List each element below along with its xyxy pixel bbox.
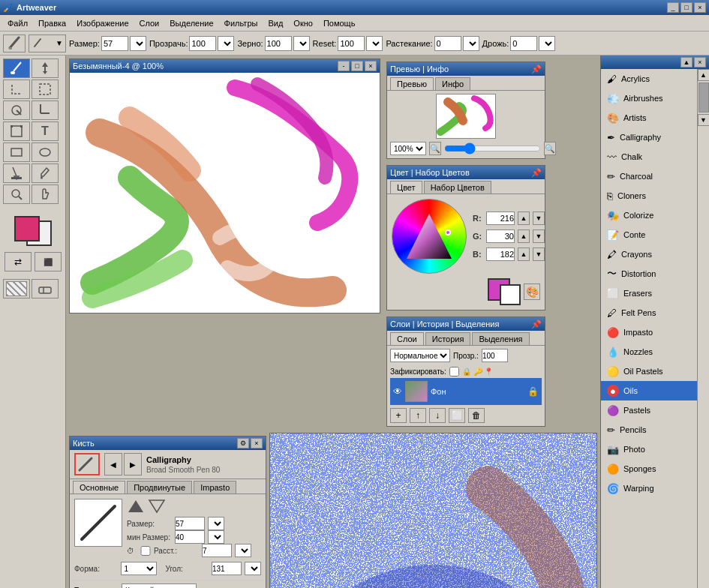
r-down[interactable]: ▼	[533, 212, 545, 225]
scroll-down-btn[interactable]: ▼	[698, 114, 710, 126]
brush-item-sponges[interactable]: 🟠 Sponges	[601, 459, 697, 478]
menu-edit[interactable]: Правка	[34, 17, 71, 29]
grain-unit-select[interactable]: ▼	[293, 36, 310, 51]
scroll-thumb[interactable]	[698, 82, 709, 112]
maximize-button[interactable]: □	[680, 2, 692, 13]
spacing-checkbox[interactable]	[140, 546, 151, 556]
reset-input[interactable]	[338, 36, 365, 51]
shape-param-select[interactable]: 1	[121, 562, 157, 575]
color-picker-btn[interactable]: 🎨	[524, 284, 540, 300]
b-down[interactable]: ▼	[533, 248, 545, 261]
brush-item-artists[interactable]: 🎨 Artists	[601, 108, 697, 128]
hand-tool[interactable]	[32, 184, 59, 204]
brush-item-cloners[interactable]: ⎘ Cloners	[601, 186, 697, 206]
brush-item-erasers[interactable]: ⬜ Erasers	[601, 284, 697, 303]
menu-selection[interactable]: Выделение	[165, 17, 218, 29]
brush-list-scroll-up[interactable]: ▲	[680, 57, 692, 68]
angle-param-select[interactable]: ▼	[245, 562, 261, 575]
angle-param-input[interactable]	[212, 562, 242, 575]
brush-panel-settings[interactable]: ⚙	[237, 438, 249, 448]
tab-layers[interactable]: Слои	[390, 332, 424, 345]
dropper-tool[interactable]	[32, 164, 59, 183]
spacing-param-input[interactable]	[202, 544, 232, 557]
brush-item-oilpastels[interactable]: 🟡 Oil Pastels	[601, 362, 697, 381]
size-param-input[interactable]	[175, 517, 205, 530]
brush-type-prev[interactable]: ◀	[104, 453, 122, 476]
tab-advanced[interactable]: Продвинутые	[127, 481, 192, 494]
move-tool[interactable]	[32, 58, 59, 78]
g-up[interactable]: ▲	[518, 230, 530, 243]
g-down[interactable]: ▼	[533, 230, 545, 243]
type-select[interactable]: Круглый	[122, 584, 197, 588]
layer-duplicate-btn[interactable]: ⬜	[449, 408, 465, 423]
b-input[interactable]	[486, 248, 515, 261]
doc-maximize[interactable]: □	[351, 61, 363, 71]
brush-item-airbrushes[interactable]: 💨 Airbrushes	[601, 88, 697, 108]
brush-list-scrollbar[interactable]: ▲ ▼	[697, 69, 709, 588]
preview-pin-icon[interactable]: 📌	[531, 64, 542, 74]
layers-pin-icon[interactable]: 📌	[531, 320, 542, 329]
brush-item-conte[interactable]: 📝 Conte	[601, 225, 697, 244]
brush-item-distortion[interactable]: 〜 Distortion	[601, 264, 697, 284]
brush-selector-dropdown[interactable]: ▼	[29, 34, 66, 52]
tab-impasto[interactable]: Impasto	[194, 481, 236, 494]
brush-item-warping[interactable]: 🌀 Warping	[601, 478, 697, 498]
eraser-tool[interactable]	[32, 279, 59, 298]
layer-add-btn[interactable]: +	[390, 408, 407, 423]
brush-item-charcoal[interactable]: ✏ Charcoal	[601, 166, 697, 186]
crop-tool[interactable]	[32, 100, 59, 120]
reset-unit-select[interactable]: ▼	[366, 36, 383, 51]
brush-item-pastels[interactable]: 🟣 Pastels	[601, 400, 697, 420]
size-input[interactable]	[101, 36, 128, 51]
brush-active-preview[interactable]	[74, 453, 100, 476]
r-input[interactable]	[486, 212, 515, 225]
tremor-input[interactable]	[510, 36, 537, 51]
menu-view[interactable]: Вид	[263, 17, 287, 29]
blend-unit-select[interactable]: ▼	[463, 36, 479, 51]
size-unit-select[interactable]: ▼	[130, 36, 146, 51]
layer-delete-btn[interactable]: 🗑	[468, 408, 485, 423]
brush-item-impasto[interactable]: 🔴 Impasto	[601, 322, 697, 342]
lock-checkbox[interactable]	[449, 367, 459, 376]
brush-item-photo[interactable]: 📷 Photo	[601, 440, 697, 459]
zoom-plus-icon[interactable]: 🔍	[544, 142, 556, 155]
menu-window[interactable]: Окно	[289, 17, 317, 29]
brush-item-acrylics[interactable]: 🖌 Acrylics	[601, 69, 697, 88]
ellipse-tool[interactable]	[32, 142, 59, 162]
text-tool[interactable]: T	[32, 122, 59, 141]
doc-minimize[interactable]: -	[338, 61, 350, 71]
color-pin-icon[interactable]: 📌	[531, 168, 542, 178]
layer-visibility-icon[interactable]: 👁	[393, 386, 402, 397]
tab-info[interactable]: Инфо	[435, 77, 470, 90]
tab-selections[interactable]: Выделения	[472, 332, 529, 345]
brush-item-nozzles[interactable]: 💧 Nozzles	[601, 342, 697, 362]
b-up[interactable]: ▲	[518, 248, 530, 261]
pattern-btn[interactable]	[3, 279, 30, 298]
brush-type-next[interactable]: ▶	[124, 453, 142, 476]
brush-tool[interactable]	[3, 58, 30, 78]
brush-item-pencils[interactable]: ✏ Pencils	[601, 420, 697, 440]
foreground-color-swatch[interactable]	[14, 216, 40, 242]
zoom-select[interactable]: 100%	[390, 142, 426, 155]
tab-color[interactable]: Цвет	[390, 181, 422, 194]
opacity-input[interactable]	[189, 36, 216, 51]
color-wheel[interactable]	[392, 199, 467, 274]
opacity-unit-select[interactable]: ▼	[218, 36, 234, 51]
zoom-fit-icon[interactable]: 🔍	[429, 142, 441, 155]
minsize-param-select[interactable]: ▼	[208, 530, 224, 544]
zoom-slider[interactable]	[444, 143, 541, 154]
lasso-tool[interactable]	[32, 80, 59, 99]
blend-input[interactable]	[434, 36, 461, 51]
tab-preview[interactable]: Превью	[390, 77, 434, 90]
scroll-up-btn[interactable]: ▲	[698, 69, 710, 81]
transform-tool[interactable]	[3, 122, 30, 141]
rectangle-tool[interactable]	[3, 142, 30, 162]
brush-panel-close[interactable]: ×	[251, 438, 263, 448]
document-canvas[interactable]	[70, 73, 380, 313]
layer-down-btn[interactable]: ↓	[429, 408, 446, 423]
tremor-unit-select[interactable]: ▼	[539, 36, 555, 51]
brush-list-close[interactable]: ×	[694, 57, 706, 68]
blend-mode-select[interactable]: Нормальное	[390, 349, 450, 362]
dots-canvas[interactable]: ◀ ▶ ⬛ ⬛ 🗑 X: 301 Y: 128	[269, 433, 597, 588]
r-up[interactable]: ▲	[518, 212, 530, 225]
